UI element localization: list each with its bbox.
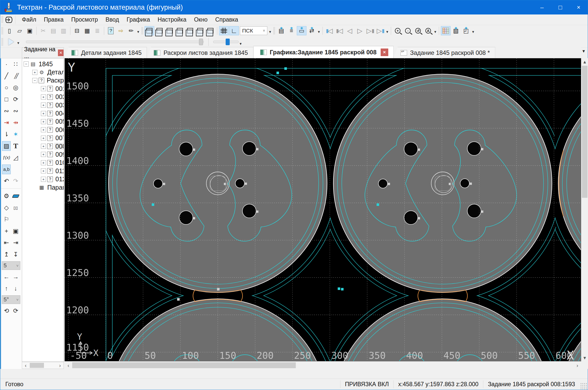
- tab-close-icon[interactable]: ✕: [381, 48, 388, 56]
- tree-item-Детали[interactable]: +⚙Детали: [22, 68, 64, 76]
- resize-grip[interactable]: [580, 382, 587, 390]
- move-right-button[interactable]: →: [11, 272, 20, 282]
- export-doc-button[interactable]: ⇨: [116, 26, 126, 35]
- parallel-lines-button[interactable]: ╱╱: [11, 71, 20, 81]
- toolbar-grip[interactable]: [141, 27, 143, 35]
- graphics-vscroll-thumb[interactable]: [582, 66, 587, 198]
- show-window-button[interactable]: ▭: [297, 26, 306, 35]
- tool-move-points-button[interactable]: ⇸: [11, 118, 20, 127]
- expand-icon[interactable]: −: [24, 61, 29, 67]
- scroll-down-icon[interactable]: ▾: [582, 355, 588, 361]
- tree-item-011[interactable]: +?011: [22, 167, 64, 175]
- scroll-right-icon[interactable]: ›: [57, 363, 63, 368]
- nav-next-block-button[interactable]: ▷▮: [365, 26, 375, 35]
- dropdown-icon[interactable]: ▼: [317, 26, 321, 35]
- minimize-button[interactable]: –: [533, 0, 551, 14]
- punch-film-button[interactable]: ▦: [82, 26, 92, 35]
- view-left-button[interactable]: [165, 26, 175, 35]
- dropdown-icon[interactable]: ▼: [385, 26, 389, 35]
- tree-item-001[interactable]: +?001: [22, 85, 64, 93]
- graphics-horizontal-scrollbar[interactable]: ‹ ›: [65, 361, 581, 369]
- zoom-window-button[interactable]: ▫: [403, 26, 413, 35]
- menu-Справка[interactable]: Справка: [211, 15, 242, 24]
- play-dropdown-icon[interactable]: ▼: [16, 37, 20, 46]
- tree-item-004[interactable]: +?004: [22, 109, 64, 117]
- view-bottom-button[interactable]: [195, 26, 205, 35]
- move-up-button[interactable]: ↑: [2, 284, 11, 293]
- exit-icon[interactable]: [5, 15, 16, 24]
- view-front-button[interactable]: [145, 26, 154, 35]
- route-button[interactable]: ∾: [2, 106, 11, 116]
- tree-item-008[interactable]: +?008: [22, 142, 64, 150]
- scroll-right-icon[interactable]: ›: [574, 362, 581, 368]
- toolbar-grip[interactable]: [1, 16, 3, 23]
- sheet-corner-view-button[interactable]: ◰: [461, 26, 471, 35]
- toolbar-grip[interactable]: [1, 27, 3, 35]
- menu-Файл[interactable]: Файл: [18, 15, 40, 24]
- rotate-cw-button[interactable]: ⟳: [11, 306, 20, 316]
- expand-icon[interactable]: +: [41, 103, 46, 108]
- menu-Правка[interactable]: Правка: [40, 15, 68, 24]
- expand-icon[interactable]: +: [32, 70, 37, 75]
- tool-move-button[interactable]: ⇥: [2, 118, 11, 127]
- view-right-button[interactable]: [175, 26, 185, 35]
- step-combo[interactable]: 5˅: [2, 261, 20, 270]
- tab-list-icon[interactable]: ▼: [582, 49, 587, 54]
- tree-horizontal-scrollbar[interactable]: ‹ ›: [22, 362, 64, 369]
- redo-button[interactable]: ↷: [11, 176, 20, 186]
- circle-button[interactable]: ○: [2, 83, 11, 92]
- line-button[interactable]: ╱: [2, 71, 11, 81]
- expand-icon[interactable]: +: [41, 152, 46, 157]
- layers-check-button[interactable]: ≣: [92, 26, 102, 35]
- undo-button[interactable]: ↶: [2, 176, 11, 186]
- expand-icon[interactable]: −: [32, 78, 37, 83]
- zoom-all-button[interactable]: A: [423, 26, 433, 35]
- expand-icon[interactable]: +: [41, 136, 46, 141]
- scroll-up-icon[interactable]: ▴: [582, 59, 588, 65]
- menu-Графика[interactable]: Графика: [123, 15, 154, 24]
- tree-item-002[interactable]: +?002: [22, 93, 64, 101]
- tab-1[interactable]: Детали задания 1845: [65, 47, 147, 58]
- move-left-button[interactable]: ←: [2, 272, 11, 282]
- sheet-map-button[interactable]: [441, 26, 451, 35]
- expand-icon[interactable]: +: [41, 168, 46, 173]
- axes-toggle-button[interactable]: ∟: [229, 26, 239, 35]
- expand-icon[interactable]: +: [41, 127, 46, 132]
- expand-icon[interactable]: +: [41, 94, 46, 100]
- dropdown-icon[interactable]: ▼: [136, 26, 140, 35]
- grid-toggle-button[interactable]: [219, 26, 229, 35]
- tree-item-005[interactable]: +?005: [22, 118, 64, 126]
- toolbar-grip[interactable]: [1, 38, 3, 45]
- copy-button[interactable]: ▤: [49, 26, 58, 35]
- play-button[interactable]: [6, 37, 16, 46]
- dropdown-icon[interactable]: ▼: [433, 26, 437, 35]
- combo-arrow-icon[interactable]: ˅: [263, 29, 265, 33]
- align-parts-button[interactable]: ▯▯: [11, 203, 20, 213]
- expand-icon[interactable]: +: [41, 111, 46, 116]
- speed-slider-thumb[interactable]: [226, 39, 230, 45]
- maximize-button[interactable]: □: [551, 0, 569, 14]
- tab-3[interactable]: Графика:Задание 1845 раскрой 008✕: [253, 46, 394, 58]
- help-doc-button[interactable]: ?: [106, 26, 116, 35]
- angle-combo[interactable]: 5°˅: [2, 295, 20, 304]
- task-panel-tab[interactable]: Задание на ... ✕: [22, 47, 64, 58]
- tree-item-1845[interactable]: −▤1845: [22, 60, 64, 68]
- rotate-ccw-button[interactable]: ⟲: [2, 306, 11, 316]
- route-points-button[interactable]: ∾: [11, 106, 20, 116]
- snap-left-button[interactable]: ⇤: [2, 238, 11, 248]
- cut-button[interactable]: ✂: [38, 26, 48, 35]
- nav-last-button[interactable]: ▷▮: [375, 26, 385, 35]
- tree-scroll-thumb[interactable]: [30, 363, 44, 368]
- view-top-button[interactable]: [185, 26, 195, 35]
- view-isometric-button[interactable]: [206, 26, 215, 35]
- tree-item-Раскрои л[interactable]: −?Раскрои л: [22, 76, 64, 85]
- snap-up-button[interactable]: ↥: [2, 250, 11, 259]
- show-list-button[interactable]: ▤: [276, 26, 286, 35]
- tab-4[interactable]: Задание 1845 раскрой 008 *: [394, 47, 495, 58]
- function-button[interactable]: ƒ(x): [2, 153, 11, 162]
- pencil-edit-button[interactable]: ✏: [126, 26, 136, 35]
- menu-Просмотр[interactable]: Просмотр: [67, 15, 102, 24]
- contour-button[interactable]: □: [2, 94, 11, 104]
- close-button[interactable]: ×: [569, 0, 588, 14]
- text-button[interactable]: T: [11, 141, 20, 151]
